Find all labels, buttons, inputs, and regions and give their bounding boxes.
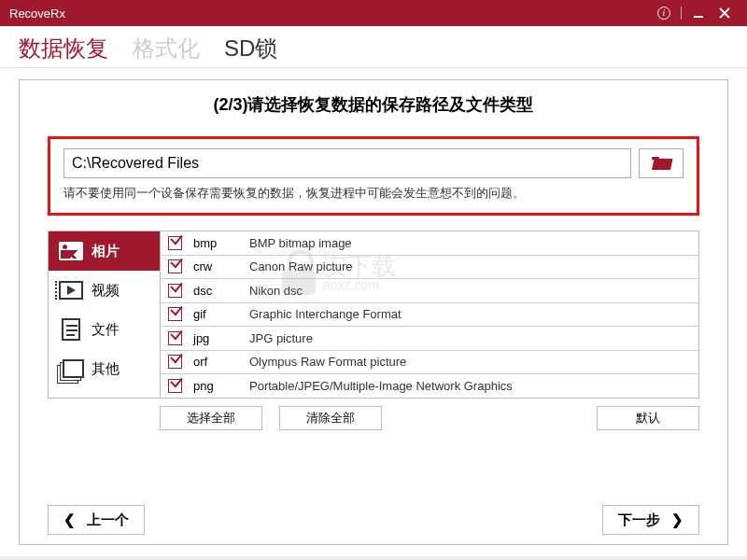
format-ext: orf xyxy=(193,355,249,369)
format-ext: gif xyxy=(193,307,249,321)
format-list[interactable]: bmpBMP bitmap imagecrwCanon Raw pictured… xyxy=(161,231,698,398)
chevron-right-icon: ❯ xyxy=(671,511,684,528)
format-ext: crw xyxy=(193,259,249,273)
format-row[interactable]: crwCanon Raw picture xyxy=(161,256,698,280)
format-ext: jpg xyxy=(193,331,249,345)
minimize-icon xyxy=(693,7,704,19)
filetype-section: 相片 视频 文件 其他 bmpBMP bitmap imagecrwCanon … xyxy=(48,231,699,399)
browse-button[interactable] xyxy=(639,148,684,178)
document-icon xyxy=(58,319,84,340)
close-icon xyxy=(719,7,730,19)
format-desc: JPG picture xyxy=(249,331,691,345)
stack-icon xyxy=(58,358,84,379)
category-label: 其他 xyxy=(92,360,120,378)
checkbox-icon[interactable] xyxy=(168,331,182,345)
format-desc: BMP bitmap image xyxy=(249,236,691,250)
path-section: 请不要使用同一个设备保存需要恢复的数据，恢复进程中可能会发生意想不到的问题。 xyxy=(48,136,699,216)
format-desc: Portable/JPEG/Multiple-Image Network Gra… xyxy=(249,379,691,393)
titlebar: RecoveRx i xyxy=(0,0,747,26)
tab-recover[interactable]: 数据恢复 xyxy=(13,30,114,67)
checkbox-icon[interactable] xyxy=(168,236,182,250)
selection-buttons: 选择全部 清除全部 默认 xyxy=(48,406,699,430)
next-button[interactable]: 下一步 ❯ xyxy=(602,505,699,535)
format-ext: bmp xyxy=(193,236,249,250)
format-row[interactable]: bmpBMP bitmap image xyxy=(161,231,698,256)
checkbox-icon[interactable] xyxy=(168,355,182,369)
checkbox-icon[interactable] xyxy=(168,284,182,298)
photo-icon xyxy=(58,241,84,261)
tab-sdlock[interactable]: SD锁 xyxy=(218,30,283,67)
back-label: 上一个 xyxy=(87,511,129,529)
select-all-button[interactable]: 选择全部 xyxy=(160,406,262,430)
info-button[interactable]: i xyxy=(651,4,677,22)
category-label: 相片 xyxy=(92,243,120,260)
tab-format[interactable]: 格式化 xyxy=(127,30,205,67)
next-label: 下一步 xyxy=(618,511,660,529)
category-item-video[interactable]: 视频 xyxy=(49,271,160,310)
category-sidebar: 相片 视频 文件 其他 xyxy=(49,231,161,398)
format-row[interactable]: dscNikon dsc xyxy=(161,279,698,303)
checkbox-icon[interactable] xyxy=(168,259,182,273)
folder-open-icon xyxy=(652,157,670,170)
format-row[interactable]: jpgJPG picture xyxy=(161,327,698,351)
format-desc: Olympus Raw Format picture xyxy=(249,355,691,369)
format-row[interactable]: gifGraphic Interchange Format xyxy=(161,303,698,328)
close-button[interactable] xyxy=(712,4,738,22)
format-ext: png xyxy=(193,379,249,393)
category-label: 视频 xyxy=(92,282,120,300)
category-label: 文件 xyxy=(92,321,120,339)
video-icon xyxy=(58,280,84,301)
chevron-left-icon: ❮ xyxy=(63,511,76,528)
format-row[interactable]: pngPortable/JPEG/Multiple-Image Network … xyxy=(161,374,698,398)
format-row[interactable]: orfOlympus Raw Format picture xyxy=(161,351,698,375)
main-panel: (2/3)请选择恢复数据的保存路径及文件类型 请不要使用同一个设备保存需要恢复的… xyxy=(19,79,728,545)
titlebar-separator xyxy=(681,7,682,20)
workarea: (2/3)请选择恢复数据的保存路径及文件类型 请不要使用同一个设备保存需要恢复的… xyxy=(0,68,747,556)
step-heading: (2/3)请选择恢复数据的保存路径及文件类型 xyxy=(48,93,699,116)
app-title: RecoveRx xyxy=(9,7,651,21)
back-button[interactable]: ❮ 上一个 xyxy=(48,505,145,535)
format-desc: Nikon dsc xyxy=(249,284,691,298)
nav-buttons: ❮ 上一个 下一步 ❯ xyxy=(48,496,699,535)
info-icon: i xyxy=(657,7,670,20)
category-item-other[interactable]: 其他 xyxy=(49,349,160,388)
clear-all-button[interactable]: 清除全部 xyxy=(279,406,382,430)
minimize-button[interactable] xyxy=(685,4,712,22)
category-item-doc[interactable]: 文件 xyxy=(49,310,160,349)
category-item-photo[interactable]: 相片 xyxy=(49,231,160,271)
format-ext: dsc xyxy=(193,284,249,298)
svg-rect-0 xyxy=(694,16,703,18)
format-desc: Canon Raw picture xyxy=(249,259,691,273)
format-desc: Graphic Interchange Format xyxy=(249,307,691,321)
main-tabs: 数据恢复 格式化 SD锁 xyxy=(0,26,747,68)
checkbox-icon[interactable] xyxy=(168,379,182,393)
checkbox-icon[interactable] xyxy=(168,307,182,321)
path-input[interactable] xyxy=(63,148,631,178)
default-button[interactable]: 默认 xyxy=(597,406,699,430)
path-warning: 请不要使用同一个设备保存需要恢复的数据，恢复进程中可能会发生意想不到的问题。 xyxy=(63,186,684,202)
